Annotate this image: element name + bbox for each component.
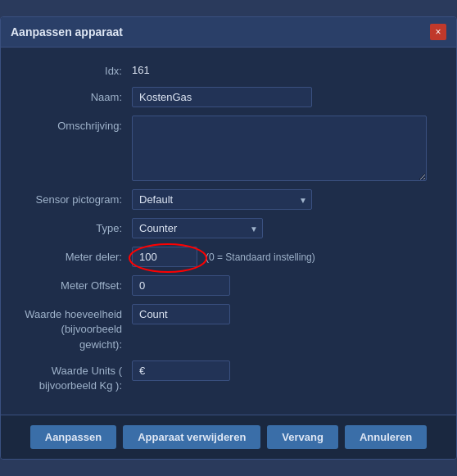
waarde-units-input[interactable] — [132, 360, 230, 381]
meter-deler-label: Meter deler: — [17, 247, 132, 265]
naam-label: Naam: — [17, 87, 132, 105]
waarde-hoeveelheid-label: Waarde hoeveelheid (bijvoorbeeld gewicht… — [17, 304, 132, 352]
aanpassen-button[interactable]: Aanpassen — [30, 425, 116, 449]
type-row: Type: Counter ▼ — [17, 218, 440, 238]
idx-row: Idx: 161 — [17, 61, 440, 79]
annuleren-button[interactable]: Annuleren — [345, 425, 427, 449]
omschrijving-row: Omschrijving: — [17, 116, 440, 181]
sensor-pictogram-wrapper: Default ▼ — [132, 189, 312, 210]
meter-offset-row: Meter Offset: — [17, 275, 440, 296]
vervang-button[interactable]: Vervang — [267, 425, 338, 449]
waarde-units-row: Waarde Units ( bijvoorbeeld Kg ): — [17, 360, 440, 393]
meter-deler-row: Meter deler: (0 = Standaard instelling) — [17, 247, 440, 267]
dialog-title: Aanpassen apparaat — [11, 25, 123, 39]
sensor-pictogram-label: Sensor pictogram: — [17, 189, 132, 207]
meter-deler-wrapper — [132, 247, 197, 267]
dialog: Aanpassen apparaat × Idx: 161 Naam: Omsc… — [0, 16, 457, 460]
idx-value: 161 — [132, 61, 150, 76]
waarde-hoeveelheid-input[interactable] — [132, 304, 230, 324]
waarde-units-label: Waarde Units ( bijvoorbeeld Kg ): — [17, 360, 132, 393]
type-wrapper: Counter ▼ — [132, 218, 263, 238]
verwijderen-button[interactable]: Apparaat verwijderen — [123, 425, 260, 449]
meter-deler-content: (0 = Standaard instelling) — [132, 247, 315, 267]
form-body: Idx: 161 Naam: Omschrijving: Sensor pict… — [1, 48, 456, 415]
meter-deler-input[interactable] — [132, 247, 197, 267]
type-label: Type: — [17, 218, 132, 236]
meter-offset-input[interactable] — [132, 275, 230, 296]
close-button[interactable]: × — [430, 24, 446, 40]
footer: Aanpassen Apparaat verwijderen Vervang A… — [1, 415, 456, 459]
type-select[interactable]: Counter — [132, 218, 263, 238]
waarde-hoeveelheid-row: Waarde hoeveelheid (bijvoorbeeld gewicht… — [17, 304, 440, 352]
idx-label: Idx: — [17, 61, 132, 79]
sensor-pictogram-row: Sensor pictogram: Default ▼ — [17, 189, 440, 210]
title-bar: Aanpassen apparaat × — [1, 17, 456, 48]
naam-input[interactable] — [132, 87, 312, 107]
naam-row: Naam: — [17, 87, 440, 107]
omschrijving-textarea[interactable] — [132, 116, 427, 181]
sensor-pictogram-select[interactable]: Default — [132, 189, 312, 210]
omschrijving-label: Omschrijving: — [17, 116, 132, 134]
meter-deler-note: (0 = Standaard instelling) — [206, 252, 315, 263]
meter-offset-label: Meter Offset: — [17, 275, 132, 293]
